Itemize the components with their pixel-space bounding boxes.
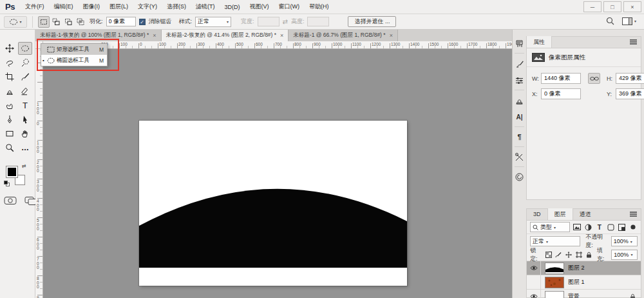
tool-path-selection[interactable]	[18, 113, 32, 126]
filter-adjustment-layers-icon[interactable]	[584, 222, 593, 232]
menu-window[interactable]: 窗口(W)	[278, 3, 299, 11]
menu-3d[interactable]: 3D(D)	[224, 4, 240, 10]
vertical-ruler[interactable]: 1000100200300400500600700800900	[35, 49, 43, 298]
y-value-input[interactable]	[616, 88, 644, 99]
menu-view[interactable]: 视图(V)	[249, 3, 269, 11]
tool-rectangle[interactable]	[3, 127, 17, 140]
filter-pixel-layers-icon[interactable]	[573, 222, 582, 232]
document-tab-2[interactable]: 未标题-2-恢复的 @ 41.4% (图层 2, RGB/8#) * ×	[162, 30, 289, 41]
tool-move[interactable]	[3, 42, 17, 55]
minimize-button[interactable]: ─	[583, 1, 601, 12]
adjustments-panel-icon[interactable]	[513, 72, 526, 88]
intersect-selection-button[interactable]	[75, 16, 86, 28]
layer-thumbnail[interactable]	[545, 291, 564, 298]
filter-shape-layers-icon[interactable]	[607, 222, 616, 232]
subtract-from-selection-button[interactable]	[62, 16, 74, 28]
paragraph-panel-icon[interactable]: ¶	[513, 128, 526, 145]
menu-filter[interactable]: 滤镜(T)	[196, 3, 215, 11]
filter-smart-objects-icon[interactable]	[618, 222, 627, 232]
document-canvas[interactable]	[139, 121, 407, 286]
layer-name[interactable]: 图层 2	[568, 264, 585, 272]
menu-edit[interactable]: 编辑(E)	[53, 3, 73, 11]
close-button[interactable]: ×	[623, 1, 641, 12]
menu-image[interactable]: 图像(I)	[82, 3, 100, 11]
document-tab-3[interactable]: 未标题-1 @ 66.7% (图层 1, RGB/8#) * ×	[289, 30, 398, 41]
x-value-input[interactable]	[541, 88, 581, 99]
lock-position-icon[interactable]	[565, 250, 573, 260]
height-input[interactable]	[307, 17, 329, 26]
tool-type[interactable]: T	[18, 99, 32, 112]
select-and-mask-button[interactable]: 选择并遮住 ...	[348, 16, 396, 27]
tab-channels[interactable]: 通道	[573, 208, 598, 220]
blend-mode-select[interactable]: 正常 ▾	[530, 236, 580, 246]
maximize-button[interactable]: □	[603, 1, 621, 12]
default-colors-icon[interactable]	[4, 181, 10, 186]
lock-artboard-icon[interactable]	[575, 250, 583, 260]
swap-width-height-icon[interactable]: ⇄	[283, 18, 288, 25]
tool-pen[interactable]	[3, 113, 17, 126]
menu-file[interactable]: 文件(F)	[25, 3, 44, 11]
add-to-selection-button[interactable]	[50, 16, 62, 28]
lock-transparency-icon[interactable]	[545, 250, 553, 260]
panel-menu-icon[interactable]	[630, 214, 637, 215]
width-input[interactable]	[258, 17, 279, 26]
tool-lasso[interactable]	[3, 56, 17, 69]
visibility-toggle[interactable]	[527, 275, 541, 290]
link-dimensions-button[interactable]	[588, 73, 600, 84]
tool-eraser[interactable]	[18, 84, 32, 97]
layer-row-background[interactable]: 背景	[527, 290, 641, 298]
new-selection-button[interactable]	[38, 16, 50, 28]
antialias-checkbox[interactable]: ✓	[139, 19, 146, 25]
search-icon[interactable]	[606, 17, 614, 25]
visibility-toggle[interactable]	[527, 261, 541, 275]
style-select[interactable]: 正常 ▾	[195, 17, 231, 27]
foreground-color-swatch[interactable]	[6, 166, 17, 177]
tool-hand[interactable]	[18, 127, 32, 140]
opacity-select[interactable]: 100% ▾	[611, 236, 638, 246]
layer-name[interactable]: 图层 1	[568, 278, 585, 286]
clone-source-panel-icon[interactable]	[513, 92, 526, 108]
character-panel-icon[interactable]: A|	[513, 108, 526, 125]
libraries-panel-icon[interactable]	[513, 168, 526, 185]
filter-toggle-icon[interactable]	[629, 222, 638, 232]
tool-elliptical-marquee[interactable]	[18, 42, 32, 55]
menu-help[interactable]: 帮助(H)	[309, 3, 329, 11]
layer-name[interactable]: 背景	[568, 292, 580, 298]
tool-smudge[interactable]	[3, 99, 17, 112]
close-icon[interactable]: ×	[153, 32, 156, 39]
menu-type[interactable]: 文字(Y)	[138, 3, 157, 11]
close-icon[interactable]: ×	[280, 32, 283, 39]
visibility-toggle[interactable]	[527, 290, 541, 298]
panel-menu-icon[interactable]	[630, 41, 637, 43]
tool-clone-stamp[interactable]	[3, 84, 17, 97]
tool-preset-picker[interactable]: ▾	[4, 16, 27, 28]
layer-row-layer2[interactable]: 图层 2	[527, 261, 641, 275]
height-value-input[interactable]	[616, 73, 644, 84]
layer-thumbnail[interactable]	[545, 263, 564, 274]
tab-properties[interactable]: 属性	[527, 36, 552, 48]
feather-input[interactable]	[106, 17, 136, 26]
lock-pixels-icon[interactable]	[554, 250, 562, 260]
history-panel-icon[interactable]	[513, 35, 526, 52]
workspace-switcher[interactable]: ▾	[622, 17, 636, 25]
layer-thumbnail[interactable]	[545, 277, 564, 288]
tool-more[interactable]: …	[18, 141, 32, 154]
canvas-pasteboard[interactable]	[43, 49, 512, 298]
layer-filter-select[interactable]: 类型 ▾	[530, 222, 570, 232]
quick-mask-button[interactable]	[4, 196, 17, 205]
filter-type-layers-icon[interactable]: T	[595, 222, 604, 232]
tool-brush[interactable]	[18, 70, 32, 83]
tool-zoom[interactable]	[3, 141, 17, 154]
width-value-input[interactable]	[541, 73, 581, 84]
tab-3d[interactable]: 3D	[527, 208, 547, 220]
tools-panel-icon[interactable]	[513, 148, 526, 165]
brush-settings-panel-icon[interactable]	[513, 55, 526, 72]
close-icon[interactable]: ×	[390, 32, 393, 39]
fill-select[interactable]: 100% ▾	[611, 250, 638, 260]
layer-row-layer1[interactable]: 图层 1	[527, 275, 641, 290]
tab-layers[interactable]: 图层	[547, 208, 573, 220]
swap-colors-icon[interactable]: ⇄	[22, 163, 26, 169]
menu-select[interactable]: 选择(S)	[167, 3, 186, 11]
lock-all-icon[interactable]	[585, 250, 593, 260]
tool-crop[interactable]	[3, 70, 17, 83]
